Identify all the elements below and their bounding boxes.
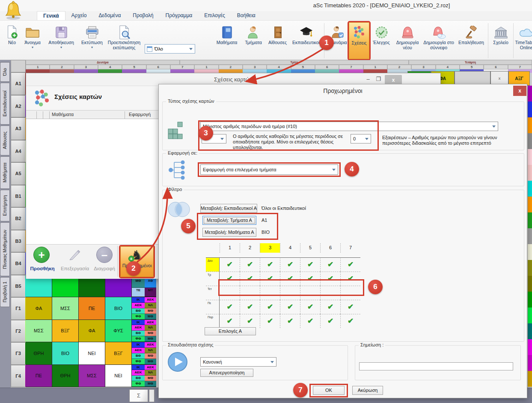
grid-check-cell[interactable]: ✔	[320, 257, 340, 272]
asc-bell-logo-icon[interactable]	[4, 1, 22, 21]
row-header-B1[interactable]: B1	[11, 185, 26, 208]
ribbon-button-classes[interactable]: Τμήματα	[241, 22, 266, 59]
sidebar-tab-Μαθήματα[interactable]: Μαθήματα	[0, 156, 10, 189]
grid-check-cell[interactable]: ✔	[260, 257, 280, 272]
lesson-card[interactable]: ΠΕ	[26, 365, 52, 388]
grid-check-cell[interactable]: ✔	[340, 300, 360, 314]
grid-check-cell[interactable]: ✔	[320, 272, 340, 286]
disable-button[interactable]: Απενεργοποίηση	[200, 369, 253, 377]
grid-check-cell[interactable]: ✔	[300, 272, 320, 286]
column-header-subjects[interactable]: Μαθήματα	[52, 112, 74, 117]
lesson-card[interactable]: ΝΛ	[145, 325, 156, 331]
grid-period-header-6[interactable]: 6	[320, 243, 340, 253]
lesson-card[interactable]: ΜΘ	[145, 353, 156, 359]
lesson-card[interactable]: ΜΘ	[132, 278, 145, 288]
row-header-A4[interactable]: A4	[11, 140, 26, 163]
ribbon-button-classrooms[interactable]: Αίθουσες	[266, 22, 289, 59]
lesson-card[interactable]: ΒΘ	[132, 308, 145, 314]
grid-check-cell[interactable]: ✔	[220, 314, 240, 328]
lesson-card[interactable]: ΙΚ	[132, 365, 145, 370]
filter-change-button-1[interactable]: Μεταβολή: Τμήματα Α	[202, 216, 256, 225]
lesson-card[interactable]: ΜΘ	[145, 308, 156, 314]
grid-check-cell[interactable]: ✔	[300, 257, 320, 272]
lesson-card[interactable]: ΑΕΚ	[132, 348, 145, 353]
lesson-card[interactable]: ΑΕΚ	[145, 342, 156, 348]
row-header-B5[interactable]: B5	[11, 275, 26, 298]
grid-period-header-4[interactable]: 4	[280, 243, 300, 253]
lesson-card[interactable]: ΜΘ	[145, 359, 156, 364]
lesson-card[interactable]: ΝΛ	[145, 303, 156, 308]
grid-check-cell[interactable]: ✔	[260, 314, 280, 328]
grid-check-cell[interactable]: ✔	[340, 257, 360, 272]
options-a-button[interactable]: Επιλογές Α	[205, 327, 256, 335]
horizontal-scrollbar[interactable]	[149, 389, 155, 402]
grid-check-cell[interactable]: ✔	[280, 272, 300, 286]
lesson-card[interactable]: ΜΘ	[145, 376, 156, 381]
grid-empty-cell[interactable]	[240, 286, 260, 300]
lesson-card[interactable]: ΦΘ	[132, 381, 145, 387]
grid-empty-cell[interactable]	[280, 286, 300, 300]
lesson-card[interactable]: ΧΘ	[145, 278, 156, 288]
grid-check-cell[interactable]: ✔	[240, 314, 260, 328]
lesson-card[interactable]: ΜΘ	[145, 331, 156, 336]
lesson-card[interactable]: ΙΚ	[132, 320, 145, 325]
grid-check-cell[interactable]: ✔	[300, 300, 320, 314]
add-button[interactable]: Προσθήκη	[26, 266, 59, 271]
row-header-A2[interactable]: A2	[11, 95, 26, 118]
lesson-card[interactable]: ΜΘ	[145, 314, 156, 319]
grid-check-cell[interactable]: ✔	[340, 314, 360, 328]
lesson-card[interactable]: x	[490, 71, 508, 86]
filter-change-button-2[interactable]: Μεταβολή: Μαθήματα Α	[202, 228, 256, 237]
lesson-card[interactable]: ΝΕΙ	[79, 342, 105, 365]
ribbon-button-save[interactable]: Αποθήκευση▾	[45, 22, 78, 59]
ribbon-button-relations[interactable]: Σχέσεις	[349, 22, 369, 59]
edit-button[interactable]: Επεξεργασία	[57, 266, 93, 271]
menu-tab-Δεδομένα[interactable]: Δεδομένα	[92, 11, 127, 20]
close-button[interactable]: x	[513, 86, 526, 96]
lesson-card[interactable]: ΜΤ	[145, 288, 156, 297]
row-header-Γ2[interactable]: Γ2	[11, 320, 26, 343]
lesson-card[interactable]: ΜΘ	[145, 336, 156, 342]
grid-empty-cell[interactable]	[340, 286, 360, 300]
sidebar-tab-Όλο[interactable]: Όλο	[0, 62, 10, 82]
grid-check-cell[interactable]: ✔	[320, 314, 340, 328]
lesson-card[interactable]: ΑΕΚ	[145, 297, 156, 303]
menu-tab-Προβολή[interactable]: Προβολή	[127, 11, 159, 20]
lesson-card[interactable]: ΦΘ	[132, 359, 145, 364]
lesson-card[interactable]: ΤΕ	[132, 288, 145, 297]
row-header-A5[interactable]: A5	[11, 162, 26, 185]
lesson-card[interactable]: ΑΕΚ	[145, 365, 156, 370]
grid-check-cell[interactable]: ✔	[240, 300, 260, 314]
view-dropdown[interactable]: Όλο	[145, 44, 195, 54]
ribbon-button-print-preview[interactable]: Προεπισκόπηση εκτύπωσης	[106, 22, 142, 59]
cancel-button[interactable]: Ακύρωση	[352, 386, 383, 395]
grid-check-cell[interactable]: ✔	[240, 272, 260, 286]
lesson-card[interactable]: ΑΕΚ	[132, 325, 145, 331]
lesson-card[interactable]: ΒΙΟ	[52, 342, 79, 365]
lesson-card[interactable]: ΑΕΚ	[132, 370, 145, 376]
lesson-card[interactable]: ΑΞΓ	[508, 71, 530, 86]
row-header-Γ1[interactable]: Γ1	[11, 297, 26, 320]
sidebar-tab-Πίνακας Μαθημάτων[interactable]: Πίνακας Μαθημάτων	[0, 222, 10, 276]
lesson-card[interactable]: ΦΥΣ	[105, 320, 132, 343]
row-header-Γ3[interactable]: Γ3	[11, 342, 26, 365]
lesson-card[interactable]: ΒΞΓ	[105, 342, 132, 365]
lesson-card[interactable]: ΙΚ	[132, 297, 145, 303]
delete-button[interactable]: Διαγραφή	[91, 266, 118, 271]
maximize-button[interactable]: ❐	[374, 75, 383, 84]
lesson-card[interactable]: ΦΘ	[132, 336, 145, 342]
ribbon-button-check[interactable]: Έλεγχος	[369, 22, 393, 59]
note-input[interactable]	[359, 362, 513, 370]
menu-tab-Βοήθεια[interactable]: Βοήθεια	[231, 11, 262, 20]
grid-empty-cell[interactable]	[320, 286, 340, 300]
row-header-A3[interactable]: A3	[11, 117, 26, 140]
ribbon-button-print[interactable]: Εκτύπωση▾	[78, 22, 106, 59]
lesson-card[interactable]: ΘΡΗ	[52, 365, 79, 388]
lesson-card[interactable]: ΒΘ	[132, 353, 145, 359]
lesson-card[interactable]: ΦΘ	[132, 314, 145, 319]
lesson-card[interactable]: ΜΣΣ	[52, 297, 79, 320]
grid-check-cell[interactable]: ✔	[240, 257, 260, 272]
grid-check-cell[interactable]: ✔	[260, 272, 280, 286]
lesson-card[interactable]	[26, 278, 52, 297]
grid-check-cell[interactable]: ✔	[220, 257, 240, 272]
